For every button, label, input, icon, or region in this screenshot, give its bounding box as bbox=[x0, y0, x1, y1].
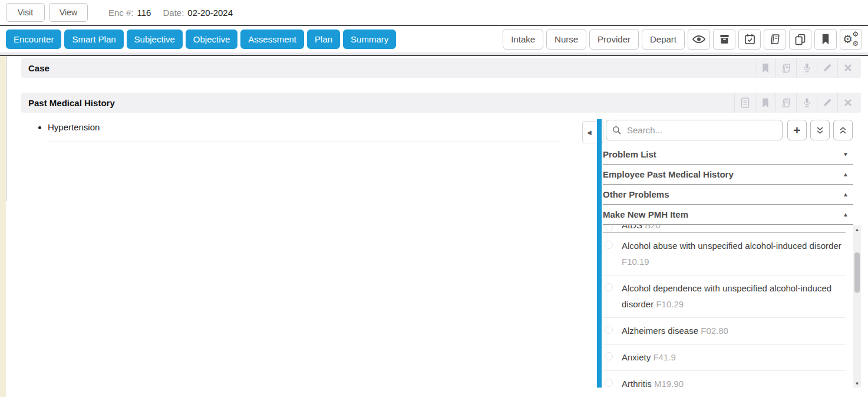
depart-button[interactable]: Depart bbox=[642, 29, 685, 50]
list-item[interactable]: Alcohol abuse with unspecified alcohol-i… bbox=[603, 233, 846, 275]
copy-icon bbox=[794, 34, 806, 45]
scroll-down-button[interactable]: ▼ bbox=[853, 379, 861, 388]
group-problem-list[interactable]: Problem List ▼ bbox=[603, 145, 853, 165]
list-item[interactable]: AIDS B20 bbox=[603, 225, 846, 233]
pmh-documented-list: Hypertension bbox=[37, 122, 100, 132]
group-label: Employee Past Medical History bbox=[603, 169, 734, 179]
settings-button[interactable]: ⚙⚙⚙ bbox=[840, 29, 862, 50]
group-label: Other Problems bbox=[603, 189, 669, 199]
book-button[interactable] bbox=[764, 29, 786, 50]
chevron-double-down-icon bbox=[816, 126, 824, 134]
group-other-problems[interactable]: Other Problems ▲ bbox=[603, 185, 853, 205]
item-code: F10.29 bbox=[656, 299, 684, 309]
search-input[interactable] bbox=[626, 124, 782, 136]
microphone-icon bbox=[803, 63, 811, 74]
list-scrollbar[interactable]: ▲ ▼ bbox=[853, 225, 861, 388]
encounter-content: Case bbox=[0, 56, 868, 397]
pmh-section-bar: Past Medical History bbox=[21, 93, 861, 113]
group-make-new-pmh[interactable]: Make New PMH Item ▲ bbox=[603, 205, 853, 225]
intake-button[interactable]: Intake bbox=[503, 29, 543, 50]
pencil-icon bbox=[823, 63, 832, 73]
case-dictate-button[interactable] bbox=[796, 58, 817, 78]
expand-all-button[interactable] bbox=[810, 120, 830, 140]
case-bookmark-button[interactable] bbox=[755, 58, 775, 78]
tab-plan[interactable]: Plan bbox=[307, 29, 340, 49]
add-item-button[interactable]: + bbox=[787, 120, 807, 140]
list-item[interactable]: Anxiety F41.9 bbox=[603, 344, 846, 371]
ehr-encounter-window: Visit View Enc #: 116 Date: 02-20-2024 E… bbox=[0, 0, 868, 397]
triangle-down-icon: ▼ bbox=[843, 151, 849, 158]
list-item[interactable]: Alcohol dependence with unspecified alco… bbox=[603, 275, 846, 318]
bookmark-icon bbox=[761, 63, 770, 73]
pmh-bookmark-button[interactable] bbox=[755, 93, 775, 113]
search-box bbox=[606, 120, 783, 140]
pmh-dictate-button[interactable] bbox=[796, 93, 817, 113]
pmh-section-actions bbox=[734, 93, 861, 113]
nurse-button[interactable]: Nurse bbox=[546, 29, 586, 50]
picker-group-list: Problem List ▼ Employee Past Medical His… bbox=[603, 145, 853, 225]
case-edit-button[interactable] bbox=[817, 58, 837, 78]
collapse-all-button[interactable] bbox=[833, 120, 853, 140]
group-employee-pmh[interactable]: Employee Past Medical History ▲ bbox=[603, 165, 853, 185]
close-icon bbox=[844, 99, 852, 107]
item-code: F10.19 bbox=[622, 257, 649, 267]
triangle-up-icon: ▲ bbox=[843, 211, 849, 218]
item-code: F41.9 bbox=[653, 352, 675, 362]
book-icon bbox=[781, 63, 791, 73]
pmh-close-button[interactable] bbox=[837, 93, 858, 113]
case-book-button[interactable] bbox=[775, 58, 796, 78]
pmh-item-divider bbox=[48, 142, 561, 142]
eye-icon bbox=[692, 35, 705, 44]
list-item[interactable]: Arthritis M19.90 bbox=[603, 371, 846, 388]
triangle-up-icon: ▲ bbox=[843, 191, 849, 198]
archive-icon bbox=[719, 34, 730, 45]
item-name: Arthritis bbox=[622, 379, 652, 388]
pmh-edit-button[interactable] bbox=[817, 93, 837, 113]
tab-subjective[interactable]: Subjective bbox=[127, 29, 183, 49]
copy-button[interactable] bbox=[789, 29, 811, 50]
settings-gears-icon: ⚙⚙⚙ bbox=[843, 32, 859, 47]
bookmark-icon bbox=[761, 98, 770, 108]
visit-header-bar: Visit View Enc #: 116 Date: 02-20-2024 bbox=[0, 0, 868, 26]
item-code: F02.80 bbox=[701, 326, 728, 336]
date-value: 02-20-2024 bbox=[187, 8, 233, 18]
bookmark-button[interactable] bbox=[814, 29, 837, 50]
list-item[interactable]: Alzheimers disease F02.80 bbox=[603, 318, 846, 344]
encounter-number-label: Enc #: bbox=[108, 8, 134, 18]
close-icon bbox=[844, 64, 852, 72]
pmh-book-button[interactable] bbox=[775, 93, 796, 113]
pmh-documented-item: Hypertension bbox=[48, 122, 100, 132]
tab-smart-plan[interactable]: Smart Plan bbox=[64, 29, 123, 49]
view-button[interactable]: View bbox=[49, 3, 88, 22]
book-icon bbox=[781, 98, 791, 108]
chevron-double-up-icon bbox=[839, 126, 847, 134]
triangle-up-icon: ▲ bbox=[843, 171, 849, 178]
book-icon bbox=[770, 34, 781, 45]
calendar-check-button[interactable] bbox=[738, 29, 761, 50]
case-section-bar: Case bbox=[21, 58, 861, 78]
provider-button[interactable]: Provider bbox=[589, 29, 639, 50]
case-close-button[interactable] bbox=[837, 58, 858, 78]
pmh-picker-list: AIDS B20 Alcohol abuse with unspecified … bbox=[603, 225, 846, 388]
scrollbar-thumb[interactable] bbox=[854, 252, 860, 293]
tab-summary[interactable]: Summary bbox=[343, 29, 396, 49]
bookmark-icon bbox=[821, 34, 830, 45]
tab-encounter[interactable]: Encounter bbox=[6, 29, 61, 49]
case-section-title: Case bbox=[21, 63, 49, 73]
visit-button[interactable]: Visit bbox=[6, 3, 45, 22]
pmh-section-title: Past Medical History bbox=[21, 98, 115, 108]
item-name: Alzheimers disease bbox=[622, 326, 698, 336]
scroll-up-button[interactable]: ▲ bbox=[853, 225, 861, 234]
group-label: Make New PMH Item bbox=[603, 209, 688, 219]
pmh-note-button[interactable] bbox=[734, 93, 755, 113]
eye-button[interactable] bbox=[688, 29, 710, 50]
item-name: Alcohol abuse with unspecified alcohol-i… bbox=[622, 241, 841, 251]
tab-objective[interactable]: Objective bbox=[186, 29, 238, 49]
archive-button[interactable] bbox=[713, 29, 735, 50]
document-icon bbox=[741, 97, 750, 108]
left-edge-strip bbox=[0, 56, 6, 397]
item-code: M19.90 bbox=[654, 379, 684, 388]
date-label: Date: bbox=[163, 8, 184, 18]
group-label: Problem List bbox=[603, 149, 656, 159]
tab-assessment[interactable]: Assessment bbox=[240, 29, 304, 49]
